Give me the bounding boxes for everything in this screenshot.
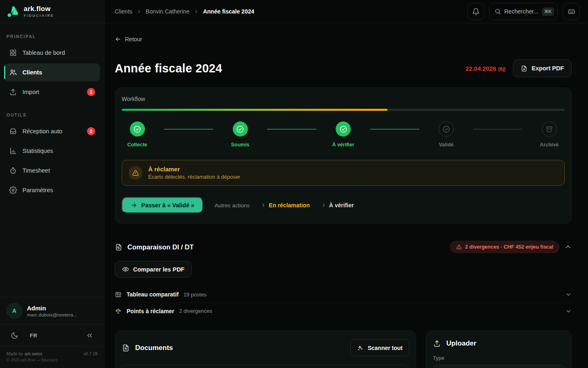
sidebar-item-dashboard[interactable]: Tableau de bord: [4, 44, 100, 62]
documents-card: Documents Scanner tout: [115, 330, 416, 368]
step-check-icon: [130, 121, 145, 137]
claim-action-link[interactable]: En réclamation: [261, 202, 310, 209]
step-connector: [473, 129, 522, 130]
collapse-sidebar-button[interactable]: [86, 332, 94, 339]
search-shortcut-kbd: ⌘K: [542, 7, 554, 16]
comparison-row-tableau[interactable]: Tableau comparatif 19 postes: [115, 286, 572, 303]
eye-icon: [122, 266, 129, 273]
topbar: Clients Bonvin Catherine Année fiscale 2…: [105, 0, 588, 23]
breadcrumb-clients[interactable]: Clients: [115, 8, 132, 15]
import-badge: 1: [87, 88, 95, 96]
shortcuts-button[interactable]: [563, 3, 580, 20]
step-check-icon: [439, 121, 454, 137]
bar-chart-icon: [9, 147, 17, 155]
chevron-right-icon: [321, 203, 326, 208]
workflow-step-soumis[interactable]: Soumis: [225, 121, 256, 148]
verify-action-link[interactable]: À vérifier: [321, 202, 354, 209]
scan-all-button[interactable]: Scanner tout: [350, 339, 409, 356]
user-block[interactable]: A Admin marc.dubois@nextera...: [0, 297, 104, 324]
sidebar-item-statistiques[interactable]: Statistiques: [4, 142, 100, 160]
compare-pdf-button[interactable]: Comparer les PDF: [115, 261, 192, 278]
sidebar-item-import[interactable]: Import 1: [4, 83, 100, 101]
archive-icon: [542, 121, 557, 137]
accordion-acomptes[interactable]: Acomptes 1: [122, 365, 409, 368]
sidebar-item-label: Import: [22, 89, 39, 95]
sidebar-item-label: Réception auto: [22, 128, 62, 135]
step-connector: [370, 129, 419, 130]
chevron-right-icon: [261, 203, 266, 208]
page-title: Année fiscale 2024: [115, 62, 222, 75]
chevron-down-icon: [565, 308, 572, 314]
workflow-step-collecte[interactable]: Collecte: [122, 121, 153, 148]
sidebar-controls: FR: [0, 324, 104, 346]
deadline-date: 22.04.2026: [466, 65, 496, 72]
breadcrumb-current: Année fiscale 2024: [203, 8, 254, 15]
notifications-button[interactable]: [467, 3, 484, 20]
alert-title: À réclamer: [148, 166, 240, 173]
uploader-card: Uploader Type Pièce jointe: [426, 330, 572, 368]
user-email: marc.dubois@nextera...: [27, 312, 77, 317]
sidebar-item-timesheet[interactable]: Timesheet: [4, 162, 100, 180]
workflow-step-archive[interactable]: Archivé: [534, 121, 565, 148]
stopwatch-icon: [9, 166, 17, 175]
divergences-badge: 2 divergences · CHF 452 enjeu fiscal: [450, 241, 559, 253]
file-text-icon: [122, 344, 130, 352]
collapse-section-button[interactable]: [564, 243, 572, 251]
sidebar-item-parametres[interactable]: Paramètres: [4, 181, 100, 199]
brand-logo-icon: [7, 5, 20, 18]
search-input[interactable]: Rechercher... ⌘K: [489, 3, 558, 20]
made-by-brand: ark.swiss: [24, 351, 42, 356]
workflow-step-a-verifier[interactable]: À vérifier: [328, 121, 359, 148]
sidebar: ark.flow FIDUCIAIRE PRINCIPAL Tableau de…: [0, 0, 105, 368]
workflow-step-valide[interactable]: Validé: [431, 121, 462, 148]
chevron-right-icon: [136, 9, 142, 14]
file-search-icon: [115, 243, 122, 251]
comparison-title: Comparaison DI / DT: [127, 243, 194, 251]
app-version: v0.7.28: [84, 351, 98, 356]
sidebar-item-label: Timesheet: [22, 167, 50, 174]
back-button[interactable]: Retour: [115, 36, 142, 43]
inbox-icon: [9, 127, 17, 135]
breadcrumb: Clients Bonvin Catherine Année fiscale 2…: [115, 8, 254, 15]
warning-triangle-icon: [129, 166, 143, 180]
workflow-progress-track: [122, 109, 565, 111]
sidebar-item-label: Tableau de bord: [22, 49, 65, 56]
documents-accordion: Acomptes 1: [122, 365, 409, 368]
other-actions-button[interactable]: Autres actions: [215, 202, 250, 209]
sparkles-icon: [357, 345, 363, 351]
reception-badge: 2: [87, 127, 95, 135]
sidebar-item-reception-auto[interactable]: Réception auto 2: [4, 122, 100, 140]
claim-alert-banner: À réclamer Écarts détectés, réclamation …: [122, 160, 565, 186]
alert-subtitle: Écarts détectés, réclamation à déposer: [148, 174, 240, 180]
breadcrumb-client-name[interactable]: Bonvin Catherine: [146, 8, 189, 15]
user-name: Admin: [27, 305, 77, 312]
sidebar-item-clients[interactable]: Clients: [4, 63, 100, 81]
gear-icon: [9, 186, 17, 194]
export-pdf-button[interactable]: Export PDF: [513, 59, 572, 77]
comparison-section: Comparaison DI / DT 2 divergences · CHF …: [115, 241, 572, 319]
brand-name: ark.flow: [24, 5, 54, 13]
avatar: A: [7, 303, 22, 319]
sidebar-item-label: Statistiques: [22, 148, 53, 154]
brand-tagline: FIDUCIAIRE: [24, 14, 54, 18]
chevron-right-icon: [194, 9, 199, 14]
step-check-icon: [233, 121, 248, 137]
workflow-steps: Collecte Soumis: [122, 121, 565, 148]
sidebar-item-label: Paramètres: [22, 187, 53, 193]
scales-icon: [115, 307, 122, 314]
language-switcher[interactable]: FR: [30, 332, 37, 339]
advance-to-valide-button[interactable]: Passer à « Validé »: [122, 197, 203, 213]
search-icon: [494, 8, 501, 15]
type-select[interactable]: Pièce jointe: [433, 365, 565, 368]
upload-icon: [9, 88, 17, 96]
uploader-title: Uploader: [446, 339, 477, 348]
dark-mode-toggle[interactable]: [11, 332, 18, 339]
step-connector: [267, 129, 316, 130]
arrow-left-icon: [115, 36, 121, 43]
brand[interactable]: ark.flow FIDUCIAIRE: [0, 0, 104, 23]
bell-icon: [472, 8, 480, 16]
warning-triangle-icon: [456, 244, 462, 250]
comparison-row-points[interactable]: Points à réclamer 2 divergences: [115, 303, 572, 319]
chevron-down-icon: [565, 291, 572, 298]
step-check-icon: [336, 121, 351, 137]
